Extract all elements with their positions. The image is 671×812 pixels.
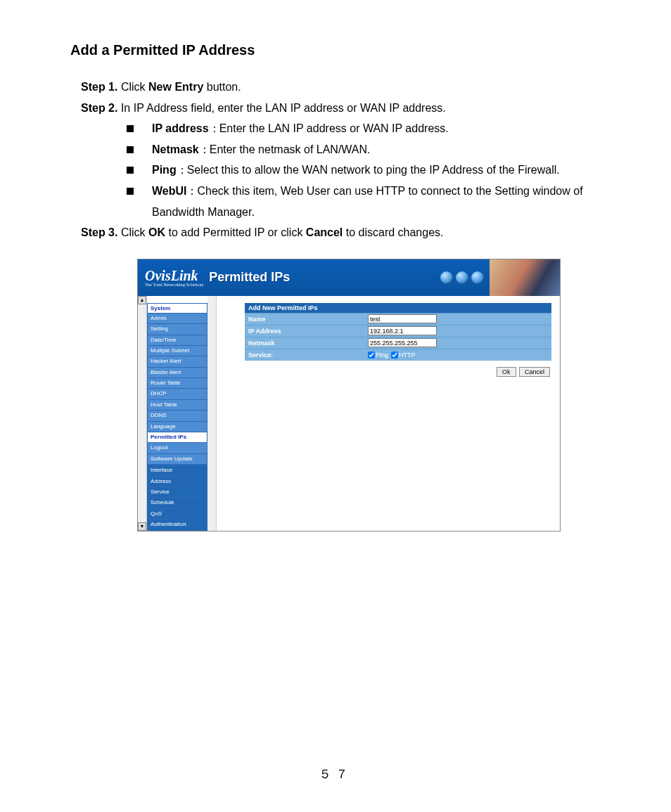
nav-header-system[interactable]: System xyxy=(147,303,207,313)
page-number: ５７ xyxy=(0,766,671,782)
nav-item-date-time[interactable]: Date/Time xyxy=(147,335,207,345)
nav-item-service[interactable]: Service xyxy=(147,486,207,497)
square-bullet-icon xyxy=(127,167,134,174)
globe-icon xyxy=(471,271,484,284)
nav-item-setting[interactable]: Setting xyxy=(147,323,207,334)
nav-item-host-table[interactable]: Host Table xyxy=(147,399,207,410)
page-title: Add a Permitted IP Address xyxy=(70,42,604,58)
nav-item-hacker-alert[interactable]: Hacker Alert xyxy=(147,356,207,366)
nav-item-permitted-ips[interactable]: Permitted IPs xyxy=(147,432,207,442)
nav-item-schedule[interactable]: Schedule xyxy=(147,497,207,508)
square-bullet-icon xyxy=(127,125,134,132)
app-banner: OvisLink The Total Networking Solutions … xyxy=(138,259,560,296)
screenshot-permitted-ips: OvisLink The Total Networking Solutions … xyxy=(137,259,561,531)
checkbox-http[interactable]: HTTP xyxy=(391,352,416,359)
nav-item-interface[interactable]: Interface xyxy=(147,465,207,475)
checkbox-ping-input[interactable] xyxy=(368,352,375,359)
row-ip: IP Address xyxy=(245,325,551,337)
banner-photo xyxy=(490,259,560,296)
nav-item-language[interactable]: Language xyxy=(147,421,207,432)
nav-item-dhcp[interactable]: DHCP xyxy=(147,388,207,399)
nav-item-logout[interactable]: Logout xyxy=(147,442,207,453)
input-netmask[interactable] xyxy=(368,338,437,347)
checkbox-http-input[interactable] xyxy=(391,352,398,359)
step-3: Step 3. Click OK to add Permitted IP or … xyxy=(81,222,604,243)
bullet-netmask: Netmask：Enter the netmask of LAN/WAN. xyxy=(127,139,604,160)
main-panel: Add New Permitted IPs Name IP Address Ne… xyxy=(217,296,560,531)
nav-item-route-table[interactable]: Route Table xyxy=(147,378,207,388)
step-1: Step 1. Click New Entry button. xyxy=(81,77,604,98)
label-ip: IP Address xyxy=(245,328,368,335)
nav-item-qos[interactable]: QoS xyxy=(147,508,207,519)
nav-item-ddns[interactable]: DDNS xyxy=(147,410,207,420)
input-ip[interactable] xyxy=(368,326,437,335)
sidebar-divider xyxy=(207,296,217,531)
nav-item-content-filtering[interactable]: Content Filtering xyxy=(147,530,207,531)
row-netmask: Netmask xyxy=(245,337,551,349)
scroll-up-icon[interactable]: ▲ xyxy=(138,296,146,304)
input-name[interactable] xyxy=(368,314,437,323)
bullet-webui: WebUI：Check this item, Web User can use … xyxy=(127,181,604,222)
globe-icons xyxy=(440,271,484,284)
row-name: Name xyxy=(245,313,551,325)
step-2: Step 2. In IP Address field, enter the L… xyxy=(81,98,604,119)
cancel-button[interactable]: Cancel xyxy=(519,367,550,377)
globe-icon xyxy=(456,271,468,284)
nav-item-admin[interactable]: Admin xyxy=(147,313,207,323)
nav-item-software-update[interactable]: Software Update xyxy=(147,453,207,465)
globe-icon xyxy=(440,271,453,284)
scroll-down-icon[interactable]: ▼ xyxy=(138,522,146,531)
bullet-ip-address: IP address：Enter the LAN IP address or W… xyxy=(127,118,604,139)
square-bullet-icon xyxy=(127,188,134,195)
square-bullet-icon xyxy=(127,146,134,153)
form-header: Add New Permitted IPs xyxy=(245,303,551,313)
nav-item-multiple-subnet[interactable]: Multiple Subnet xyxy=(147,345,207,356)
nav-item-address[interactable]: Address xyxy=(147,476,207,486)
brand-tagline: The Total Networking Solutions xyxy=(145,283,203,287)
label-netmask: Netmask xyxy=(245,340,368,347)
brand-name: OvisLink xyxy=(145,268,198,283)
row-service: Service: Ping HTTP xyxy=(245,349,551,361)
brand-logo: OvisLink The Total Networking Solutions xyxy=(145,269,203,287)
bullet-ping: Ping：Select this to allow the WAN networ… xyxy=(127,160,604,181)
ok-button[interactable]: Ok xyxy=(497,367,516,377)
nav-item-authentication[interactable]: Authentication xyxy=(147,519,207,529)
sidebar-nav: System AdminSettingDate/TimeMultiple Sub… xyxy=(147,296,207,531)
nav-item-blaster-alert[interactable]: Blaster Alert xyxy=(147,367,207,378)
banner-title: Permitted IPs xyxy=(209,270,290,285)
label-service: Service: xyxy=(245,352,368,359)
checkbox-ping[interactable]: Ping xyxy=(368,352,388,359)
label-name: Name xyxy=(245,316,368,323)
sidebar-scrollbar[interactable]: ▲ ▼ xyxy=(138,296,147,531)
